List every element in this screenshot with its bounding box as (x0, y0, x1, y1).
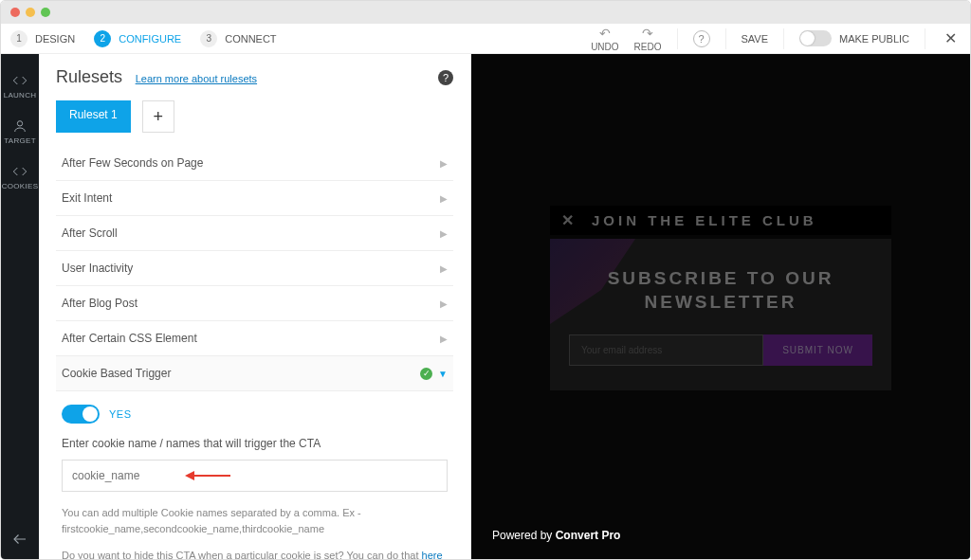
toggle-icon (799, 30, 832, 46)
rule-after-scroll[interactable]: After Scroll ▶ (56, 216, 453, 251)
ruleset-tabs: Ruleset 1 + (56, 100, 453, 133)
hide-text: Do you want to hide this CTA when a part… (62, 550, 422, 559)
step-number: 2 (94, 30, 111, 47)
rule-label: Cookie Based Trigger (62, 367, 171, 380)
panel-title-wrap: Rulesets Learn more about rulesets (56, 67, 257, 87)
close-editor-button[interactable]: ✕ (941, 29, 961, 47)
rule-exit-intent[interactable]: Exit Intent ▶ (56, 181, 453, 216)
nav-back-button[interactable] (1, 531, 39, 548)
svg-marker-3 (185, 471, 194, 480)
rule-label: After Scroll (62, 226, 118, 240)
hide-cta-hint: Do you want to hide this CTA when a part… (62, 548, 448, 559)
submit-button[interactable]: SUBMIT NOW (763, 334, 872, 366)
top-right-actions: ↶ UNDO ↷ REDO ? SAVE MAKE PUBLIC ✕ (591, 26, 961, 52)
app-window: 1 DESIGN 2 CONFIGURE 3 CONNECT ↶ UNDO ↷ … (0, 0, 971, 560)
user-icon (12, 118, 27, 134)
powered-brand: Convert Pro (556, 529, 621, 542)
add-ruleset-button[interactable]: + (142, 100, 174, 133)
chevron-right-icon: ▶ (440, 334, 448, 344)
chevron-right-icon: ▶ (440, 298, 448, 309)
popup-preview: ✕ JOIN THE ELITE CLUB SUBSCRIBE TO OUR N… (550, 206, 891, 390)
rule-label: User Inactivity (62, 262, 133, 275)
toggle-label: YES (109, 408, 132, 420)
close-icon[interactable]: ✕ (559, 211, 578, 229)
make-public-label: MAKE PUBLIC (839, 33, 909, 45)
enable-toggle-row: YES (62, 405, 448, 424)
rule-after-blog-post[interactable]: After Blog Post ▶ (56, 286, 453, 321)
wizard-steps: 1 DESIGN 2 CONFIGURE 3 CONNECT (10, 30, 277, 47)
help-button[interactable]: ? (693, 30, 710, 47)
nav-label: TARGET (4, 136, 36, 145)
cookie-trigger-body: YES Enter cookie name / names that will … (56, 391, 453, 559)
panel-title: Rulesets (56, 67, 122, 86)
top-toolbar: 1 DESIGN 2 CONFIGURE 3 CONNECT ↶ UNDO ↷ … (1, 24, 970, 54)
svg-point-0 (17, 121, 22, 126)
arrow-annotation-icon (185, 470, 230, 481)
undo-icon: ↶ (599, 26, 611, 41)
arrow-left-icon (11, 531, 28, 548)
subscribe-title: SUBSCRIBE TO OUR NEWSLETTER (569, 267, 872, 314)
rule-after-css-element[interactable]: After Certain CSS Element ▶ (56, 321, 453, 356)
rule-label: After Blog Post (62, 297, 137, 310)
elite-header: ✕ JOIN THE ELITE CLUB (550, 206, 891, 235)
chevron-right-icon: ▶ (440, 193, 448, 204)
window-close-dot[interactable] (10, 8, 20, 17)
learn-more-link[interactable]: Learn more about rulesets (136, 73, 257, 84)
chevron-right-icon: ▶ (440, 263, 448, 274)
rule-after-seconds[interactable]: After Few Seconds on Page ▶ (56, 146, 453, 181)
config-panel: Rulesets Learn more about rulesets ? Rul… (39, 54, 471, 559)
rule-status: ✓ ▼ (420, 368, 448, 380)
check-icon: ✓ (420, 368, 432, 380)
subscribe-card: SUBSCRIBE TO OUR NEWSLETTER SUBMIT NOW (550, 239, 891, 390)
nav-label: COOKIES (2, 182, 39, 190)
separator (783, 28, 784, 49)
step-configure[interactable]: 2 CONFIGURE (94, 30, 181, 47)
undo-button[interactable]: ↶ UNDO (591, 26, 618, 52)
powered-prefix: Powered by (492, 529, 556, 542)
rule-label: After Few Seconds on Page (62, 156, 203, 170)
email-row: SUBMIT NOW (569, 334, 872, 366)
cookie-hint: You can add multiple Cookie names separa… (62, 505, 448, 536)
make-public-toggle[interactable]: MAKE PUBLIC (799, 30, 909, 46)
separator (677, 28, 678, 49)
save-button[interactable]: SAVE (742, 33, 769, 45)
cookie-name-input[interactable] (62, 460, 448, 492)
rule-user-inactivity[interactable]: User Inactivity ▶ (56, 251, 453, 286)
here-link[interactable]: here (422, 550, 443, 559)
preview-pane: ✕ JOIN THE ELITE CLUB SUBSCRIBE TO OUR N… (471, 54, 970, 559)
cookie-input-wrap (62, 460, 448, 492)
powered-by: Powered by Convert Pro (492, 529, 620, 542)
elite-title: JOIN THE ELITE CLUB (592, 212, 817, 228)
caret-down-icon: ▼ (438, 369, 448, 379)
rule-list: After Few Seconds on Page ▶ Exit Intent … (56, 146, 453, 559)
panel-header: Rulesets Learn more about rulesets ? (56, 67, 453, 87)
nav-target[interactable]: TARGET (4, 109, 36, 154)
left-nav: LAUNCH TARGET COOKIES (1, 54, 39, 559)
cookie-field-label: Enter cookie name / names that will trig… (62, 437, 448, 450)
step-number: 1 (10, 30, 27, 47)
redo-label: REDO (634, 42, 662, 52)
rule-cookie-trigger[interactable]: Cookie Based Trigger ✓ ▼ (56, 356, 453, 391)
step-number: 3 (200, 30, 217, 47)
redo-button[interactable]: ↷ REDO (634, 26, 662, 52)
rule-label: Exit Intent (62, 191, 112, 205)
panel-help-icon[interactable]: ? (438, 70, 453, 85)
separator (725, 28, 726, 49)
window-zoom-dot[interactable] (41, 8, 50, 17)
undo-label: UNDO (591, 42, 618, 52)
step-design[interactable]: 1 DESIGN (10, 30, 75, 47)
step-label: CONNECT (225, 33, 276, 45)
step-connect[interactable]: 3 CONNECT (200, 30, 276, 47)
rule-label: After Certain CSS Element (62, 332, 197, 345)
code-icon (12, 73, 27, 88)
main-area: LAUNCH TARGET COOKIES Rulesets Learn mor… (1, 54, 970, 559)
email-input[interactable] (569, 334, 763, 366)
nav-cookies[interactable]: COOKIES (2, 154, 39, 200)
enable-toggle[interactable] (62, 405, 100, 424)
ruleset-tab-1[interactable]: Ruleset 1 (56, 100, 131, 133)
nav-launch[interactable]: LAUNCH (4, 63, 37, 109)
nav-label: LAUNCH (4, 91, 37, 99)
window-minimize-dot[interactable] (26, 8, 35, 17)
chevron-right-icon: ▶ (440, 158, 448, 169)
macos-titlebar (1, 1, 970, 24)
